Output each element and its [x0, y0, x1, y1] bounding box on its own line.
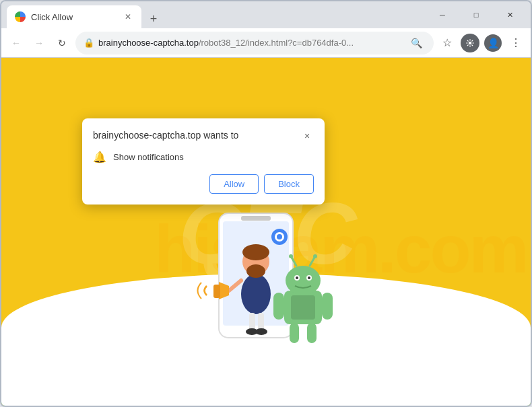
forward-button[interactable]: →: [30, 34, 48, 52]
svg-point-7: [241, 274, 271, 314]
refresh-button[interactable]: ↻: [53, 34, 71, 52]
block-button[interactable]: Block: [264, 174, 314, 194]
svg-point-23: [308, 276, 310, 279]
window-close-button[interactable]: ✕: [494, 4, 525, 26]
extensions-button[interactable]: [461, 34, 479, 52]
lock-icon: 🔒: [84, 38, 94, 48]
svg-rect-28: [273, 293, 284, 320]
svg-point-26: [289, 254, 293, 258]
svg-rect-32: [291, 295, 315, 320]
popup-title: brainychoose-captcha.top wants to: [93, 129, 238, 143]
bell-icon: 🔔: [93, 151, 106, 163]
svg-point-22: [296, 276, 298, 279]
url-domain: brainychoose-captcha.top: [98, 38, 199, 48]
browser-content: QTC hispam.com: [1, 58, 531, 407]
popup-header: brainychoose-captcha.top wants to ×: [93, 129, 314, 143]
svg-point-6: [277, 234, 282, 239]
tab-title: Click Allow: [31, 12, 117, 22]
active-tab[interactable]: Click Allow ✕: [7, 5, 141, 28]
maximize-button[interactable]: □: [461, 4, 492, 26]
address-bar: ← → ↻ 🔒 brainychoose-captcha.top/robot38…: [1, 28, 531, 58]
profile-button[interactable]: 👤: [484, 34, 502, 52]
svg-rect-30: [290, 323, 299, 343]
url-path: /robot38_12/index.html?c=db764dfa-0...: [199, 38, 354, 48]
svg-point-0: [469, 41, 472, 44]
menu-button[interactable]: ⋮: [506, 34, 525, 52]
url-box[interactable]: 🔒 brainychoose-captcha.top/robot38_12/in…: [75, 32, 434, 54]
svg-point-19: [286, 266, 321, 295]
svg-rect-31: [307, 323, 317, 343]
search-icon: 🔍: [407, 34, 426, 52]
svg-point-9: [242, 244, 269, 260]
tab-favicon-icon: [15, 11, 26, 22]
svg-point-27: [313, 254, 317, 258]
title-bar: Click Allow ✕ + ─ □ ✕: [1, 1, 531, 28]
notification-label: Show notifications: [113, 152, 184, 162]
popup-close-button[interactable]: ×: [300, 129, 314, 143]
illustration: [131, 207, 401, 407]
svg-point-17: [255, 328, 267, 335]
profile-avatar: 👤: [484, 34, 502, 52]
website-background: QTC hispam.com: [1, 58, 531, 407]
tab-strip: Click Allow ✕ +: [7, 1, 423, 28]
minimize-button[interactable]: ─: [427, 4, 458, 26]
svg-point-10: [246, 264, 265, 278]
svg-rect-29: [322, 293, 333, 320]
url-text: brainychoose-captcha.top/robot38_12/inde…: [98, 38, 403, 48]
popup-notification-row: 🔔 Show notifications: [93, 151, 314, 163]
new-tab-button[interactable]: +: [144, 9, 163, 28]
svg-rect-3: [241, 216, 271, 221]
notification-popup: brainychoose-captcha.top wants to × 🔔 Sh…: [82, 118, 325, 205]
back-button[interactable]: ←: [7, 34, 26, 52]
bookmark-button[interactable]: ☆: [438, 34, 457, 52]
allow-button[interactable]: Allow: [209, 174, 259, 194]
window-controls: ─ □ ✕: [427, 4, 525, 26]
popup-buttons: Allow Block: [93, 174, 314, 194]
tab-close-button[interactable]: ✕: [123, 11, 133, 22]
svg-rect-13: [213, 285, 220, 298]
